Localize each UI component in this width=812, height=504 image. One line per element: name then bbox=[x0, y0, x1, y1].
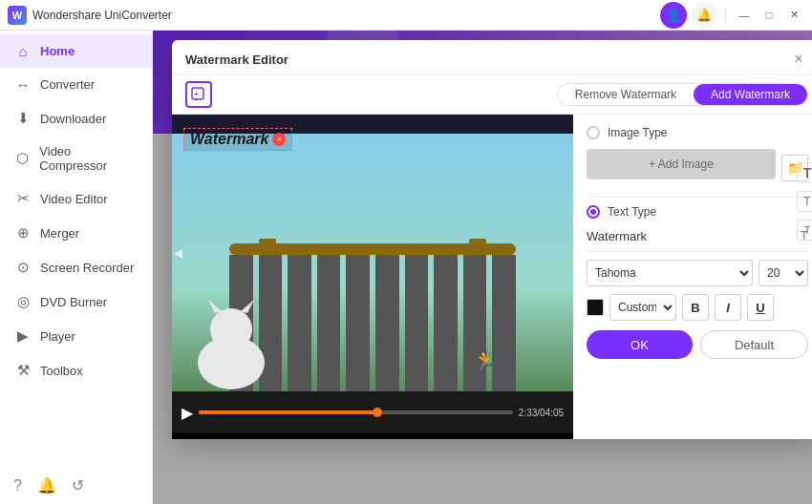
sidebar-item-player[interactable]: ▶ Player bbox=[0, 319, 152, 353]
title-bar-controls: 👤 🔔 — □ ✕ bbox=[660, 2, 804, 29]
minimize-button[interactable]: — bbox=[734, 5, 755, 26]
sidebar-item-toolbox[interactable]: ⚒ Toolbox bbox=[0, 353, 152, 388]
image-type-radio[interactable] bbox=[587, 126, 600, 139]
sidebar-label-downloader: Downloader bbox=[40, 112, 106, 126]
title-bar-left: W Wondershare UniConverter bbox=[8, 6, 172, 25]
underline-button[interactable]: U bbox=[747, 294, 774, 321]
svg-point-3 bbox=[210, 308, 252, 350]
content-area: ♪ ☆ Wondershare UniConverter 13 Watermar… bbox=[153, 31, 812, 504]
sidebar-label-video-editor: Video Editor bbox=[40, 192, 108, 206]
app-title: Wondershare UniConverter bbox=[32, 9, 172, 22]
modal-close-button[interactable]: × bbox=[789, 50, 808, 69]
sidebar-item-video-editor[interactable]: ✂ Video Editor bbox=[0, 181, 152, 216]
sidebar-item-merger[interactable]: ⊕ Merger bbox=[0, 216, 152, 250]
watermark-text-input[interactable] bbox=[587, 229, 800, 243]
merger-icon: ⊕ bbox=[13, 224, 32, 242]
text-small-icon[interactable]: T bbox=[797, 220, 812, 241]
font-family-select[interactable]: Tahoma bbox=[587, 260, 753, 286]
sidebar-item-dvd-burner[interactable]: ◎ DVD Burner bbox=[0, 284, 152, 319]
progress-fill bbox=[199, 410, 377, 414]
image-type-section: Image Type bbox=[587, 126, 808, 139]
sidebar-label-screen-recorder: Screen Recorder bbox=[40, 261, 134, 275]
video-prev-button[interactable]: ◀ bbox=[174, 246, 182, 260]
play-button[interactable]: ▶ bbox=[182, 404, 193, 422]
player-icon: ▶ bbox=[13, 327, 32, 345]
progress-bar[interactable] bbox=[199, 410, 513, 414]
font-size-select[interactable]: 20 bbox=[759, 260, 808, 286]
title-bar: W Wondershare UniConverter 👤 🔔 — □ ✕ bbox=[0, 0, 812, 31]
sidebar-item-screen-recorder[interactable]: ⊙ Screen Recorder bbox=[0, 250, 152, 284]
main-layout: ⌂ Home ↔ Converter ⬇ Downloader ⬡ Video … bbox=[0, 31, 812, 504]
remove-watermark-tab[interactable]: Remove Watermark bbox=[558, 84, 694, 105]
bold-button[interactable]: B bbox=[682, 294, 709, 321]
video-controls: ▶ 2:33/04:05 bbox=[172, 391, 573, 433]
runner-character: 🏃 bbox=[473, 349, 497, 372]
text-type-section: Text Type bbox=[587, 205, 808, 219]
modal-title: Watermark Editor bbox=[185, 52, 288, 67]
sidebar-item-converter[interactable]: ↔ Converter bbox=[0, 68, 152, 101]
app-logo: W bbox=[8, 6, 27, 25]
watermark-editor-modal: Watermark Editor × + Remove Watermar bbox=[172, 40, 812, 439]
home-icon: ⌂ bbox=[13, 43, 32, 59]
close-button[interactable]: ✕ bbox=[783, 5, 804, 26]
sidebar-label-video-compressor: Video Compressor bbox=[39, 144, 139, 173]
image-type-label: Image Type bbox=[608, 126, 667, 139]
maximize-button[interactable]: □ bbox=[759, 5, 780, 26]
modal-header-left: Watermark Editor bbox=[185, 52, 288, 67]
color-style-select[interactable]: Custom bbox=[609, 294, 676, 321]
sidebar-label-player: Player bbox=[40, 329, 75, 344]
add-watermark-layer-button[interactable]: + bbox=[185, 81, 212, 108]
converter-icon: ↔ bbox=[13, 76, 32, 93]
text-size-icons: T T T bbox=[797, 162, 812, 241]
text-type-radio[interactable] bbox=[587, 205, 600, 219]
notification-icon[interactable]: 🔔 bbox=[691, 2, 717, 29]
video-editor-icon: ✂ bbox=[13, 190, 32, 207]
modal-header: Watermark Editor × bbox=[172, 40, 812, 75]
font-row: Tahoma 20 bbox=[587, 260, 808, 286]
color-picker-button[interactable] bbox=[587, 299, 604, 316]
sidebar-item-downloader[interactable]: ⬇ Downloader bbox=[0, 101, 152, 136]
watermark-preview-text: Watermark bbox=[190, 131, 268, 148]
watermark-remove-button[interactable]: × bbox=[272, 133, 286, 146]
style-row: Custom B I U bbox=[587, 294, 808, 321]
sidebar-label-converter: Converter bbox=[40, 77, 95, 92]
dvd-burner-icon: ◎ bbox=[13, 293, 32, 310]
video-preview: 🏃 Watermark × ◀ ▶ bbox=[172, 115, 573, 439]
text-medium-icon[interactable]: T bbox=[797, 191, 812, 212]
text-large-icon[interactable]: T bbox=[797, 162, 812, 183]
sidebar-label-dvd-burner: DVD Burner bbox=[40, 295, 107, 309]
add-image-button[interactable]: + Add Image bbox=[587, 149, 776, 179]
video-time: 2:33/04:05 bbox=[519, 408, 564, 418]
svg-text:+: + bbox=[194, 90, 199, 98]
default-button[interactable]: Default bbox=[700, 330, 808, 359]
sidebar-bottom: ? 🔔 ↺ bbox=[0, 467, 152, 504]
refresh-icon[interactable]: ↺ bbox=[72, 476, 84, 494]
ok-button[interactable]: OK bbox=[587, 330, 693, 359]
sidebar-label-toolbox: Toolbox bbox=[40, 364, 83, 378]
svg-marker-5 bbox=[241, 300, 254, 313]
modal-body: 🏃 Watermark × ◀ ▶ bbox=[172, 115, 812, 439]
watermark-overlay[interactable]: Watermark × bbox=[183, 128, 292, 151]
video-compressor-icon: ⬡ bbox=[13, 150, 32, 167]
sidebar: ⌂ Home ↔ Converter ⬇ Downloader ⬡ Video … bbox=[0, 31, 153, 504]
help-icon[interactable]: ? bbox=[13, 477, 22, 494]
watermark-tab-group: Remove Watermark Add Watermark bbox=[557, 83, 808, 106]
modal-toolbar: + Remove Watermark Add Watermark bbox=[172, 75, 812, 115]
action-row: OK Default bbox=[587, 330, 808, 359]
sidebar-label-home: Home bbox=[40, 44, 75, 58]
modal-overlay: Watermark Editor × + Remove Watermar bbox=[153, 31, 812, 504]
gate-top-bar bbox=[229, 243, 516, 255]
watermark-text-input-row: T bbox=[587, 228, 808, 252]
right-panel: Image Type + Add Image 📁 Text Type bbox=[573, 115, 812, 439]
italic-button[interactable]: I bbox=[715, 294, 741, 321]
text-type-label: Text Type bbox=[608, 205, 656, 219]
separator bbox=[725, 8, 726, 23]
sidebar-label-merger: Merger bbox=[40, 226, 79, 241]
progress-thumb[interactable] bbox=[373, 408, 382, 417]
alert-icon[interactable]: 🔔 bbox=[37, 476, 56, 494]
user-icon[interactable]: 👤 bbox=[660, 2, 687, 29]
sidebar-item-home[interactable]: ⌂ Home bbox=[0, 34, 152, 68]
sidebar-item-video-compressor[interactable]: ⬡ Video Compressor bbox=[0, 136, 152, 181]
add-watermark-tab[interactable]: Add Watermark bbox=[694, 84, 807, 105]
downloader-icon: ⬇ bbox=[13, 110, 32, 127]
